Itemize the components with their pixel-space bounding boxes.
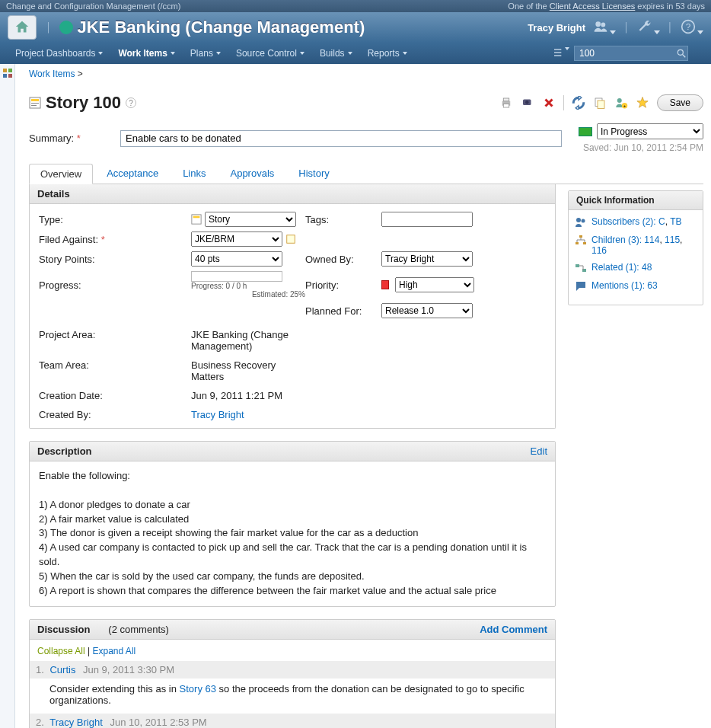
- team-area-value: Business Recovery Matters: [191, 359, 298, 382]
- menu-work-items[interactable]: Work Items: [110, 43, 182, 64]
- save-button-top[interactable]: Save: [657, 94, 703, 111]
- search-icon[interactable]: [676, 48, 687, 59]
- menu-reports[interactable]: Reports: [360, 43, 415, 64]
- tags-input[interactable]: [381, 212, 473, 227]
- summary-input[interactable]: [120, 130, 562, 147]
- filed-against-select[interactable]: JKE/BRM: [191, 231, 282, 247]
- comment-author-1[interactable]: Curtis: [49, 664, 75, 675]
- svg-rect-16: [31, 105, 37, 106]
- qi-related: Related (1): 48: [575, 262, 697, 274]
- qi-mentions: Mentions (1): 63: [575, 280, 697, 292]
- comment-link-story63[interactable]: Story 63: [180, 683, 216, 694]
- print-icon[interactable]: [499, 96, 513, 110]
- system-banner: Change and Configuration Management (/cc…: [0, 0, 711, 12]
- details-section: Details Type: Story Tags: Filed Against:…: [29, 184, 556, 429]
- help-menu[interactable]: ?: [681, 19, 703, 37]
- search-type-menu[interactable]: [553, 46, 569, 61]
- svg-point-31: [582, 219, 585, 223]
- refresh-icon[interactable]: [572, 96, 585, 110]
- category-picker-icon[interactable]: [285, 234, 296, 244]
- svg-rect-5: [554, 52, 561, 53]
- wrench-icon: [637, 19, 652, 34]
- description-section: Description Edit Enable the following: 1…: [29, 441, 556, 607]
- svg-text:?: ?: [686, 21, 691, 31]
- svg-point-21: [525, 101, 529, 104]
- type-select[interactable]: Story: [205, 212, 296, 227]
- menu-builds[interactable]: Builds: [312, 43, 360, 64]
- svg-text:+: +: [623, 104, 626, 108]
- story-type-icon: [191, 214, 202, 225]
- qi-children-label[interactable]: Children (3):: [591, 235, 644, 245]
- status-select[interactable]: In Progress: [597, 123, 703, 139]
- priority-select[interactable]: High: [395, 277, 474, 292]
- add-comment-link-top[interactable]: Add Comment: [480, 624, 547, 635]
- planned-for-select[interactable]: Release 1.0: [381, 303, 473, 318]
- list-icon: [553, 46, 565, 59]
- license-link[interactable]: Client Access Licenses: [550, 2, 636, 11]
- svg-rect-9: [3, 69, 7, 72]
- status-indicator-icon: [579, 127, 592, 136]
- tab-overview[interactable]: Overview: [29, 164, 93, 184]
- qi-mentions-label[interactable]: Mentions (1):: [591, 280, 647, 291]
- progress-label: Progress:: [39, 279, 191, 291]
- subscribe-icon[interactable]: +: [614, 96, 628, 110]
- comment-author-2[interactable]: Tracy Bright: [49, 717, 103, 728]
- description-header: Description: [37, 445, 92, 457]
- menu-plans[interactable]: Plans: [183, 43, 228, 64]
- admin-menu[interactable]: [637, 19, 660, 37]
- qi-subscribers-label[interactable]: Subscribers (2):: [591, 216, 658, 227]
- menu-source-control[interactable]: Source Control: [228, 43, 312, 64]
- breadcrumb-work-items[interactable]: Work Items: [29, 69, 75, 79]
- tab-approvals[interactable]: Approvals: [219, 164, 285, 184]
- collapse-all-link[interactable]: Collapse All: [37, 646, 85, 656]
- license-notice: One of the Client Access Licenses expire…: [508, 2, 705, 11]
- svg-point-1: [601, 22, 605, 27]
- type-label: Type:: [39, 214, 191, 225]
- dashboard-icon[interactable]: [3, 69, 12, 78]
- svg-rect-28: [193, 216, 200, 219]
- svg-point-24: [617, 98, 621, 103]
- home-button[interactable]: [8, 15, 37, 40]
- comment-date-2: Jun 10, 2011 2:53 PM: [110, 717, 206, 728]
- edit-description-link[interactable]: Edit: [531, 445, 547, 457]
- tab-history[interactable]: History: [288, 164, 340, 184]
- menu-project-dashboards[interactable]: Project Dashboards: [8, 43, 110, 64]
- planned-for-label: Planned For:: [305, 305, 381, 317]
- qi-related-label[interactable]: Related (1):: [591, 262, 642, 273]
- delete-icon[interactable]: [542, 96, 556, 110]
- project-icon: [59, 21, 73, 34]
- svg-point-30: [576, 218, 581, 222]
- creation-date-label: Creation Date:: [39, 390, 191, 401]
- search-input[interactable]: [574, 46, 688, 61]
- svg-rect-18: [503, 98, 509, 101]
- tab-acceptance[interactable]: Acceptance: [96, 164, 169, 184]
- tab-links[interactable]: Links: [172, 164, 216, 184]
- tags-label: Tags:: [305, 214, 381, 225]
- svg-line-8: [683, 55, 686, 58]
- description-text: Enable the following: 1) A donor pledges…: [39, 469, 546, 599]
- copy-id-icon[interactable]: [521, 96, 534, 110]
- help-icon: ?: [681, 19, 696, 34]
- users-icon: [593, 19, 608, 34]
- copy-icon[interactable]: [593, 96, 607, 110]
- users-menu[interactable]: [593, 19, 616, 37]
- svg-rect-4: [554, 49, 561, 49]
- svg-rect-19: [503, 104, 509, 108]
- separator: │: [623, 22, 630, 33]
- progress-bar: [191, 271, 282, 282]
- separator: │: [46, 22, 52, 33]
- project-title: JKE Banking (Change Management): [78, 18, 365, 37]
- story-points-select[interactable]: 40 pts: [191, 251, 282, 267]
- expand-all-link[interactable]: Expand All: [93, 646, 136, 656]
- favorite-icon[interactable]: [636, 96, 649, 110]
- discussion-count: (2 comments): [108, 624, 168, 635]
- created-by-link[interactable]: Tracy Bright: [191, 409, 546, 420]
- owned-by-select[interactable]: Tracy Bright: [381, 251, 473, 267]
- quick-info-header: Quick Information: [569, 191, 703, 210]
- svg-rect-6: [554, 55, 561, 56]
- project-area-value: JKE Banking (Change Management): [191, 329, 298, 352]
- progress-text: Progress: 0 / 0 h: [191, 282, 305, 290]
- details-header: Details: [30, 184, 555, 204]
- team-area-label: Team Area:: [39, 359, 191, 382]
- title-help-icon[interactable]: ?: [126, 97, 136, 108]
